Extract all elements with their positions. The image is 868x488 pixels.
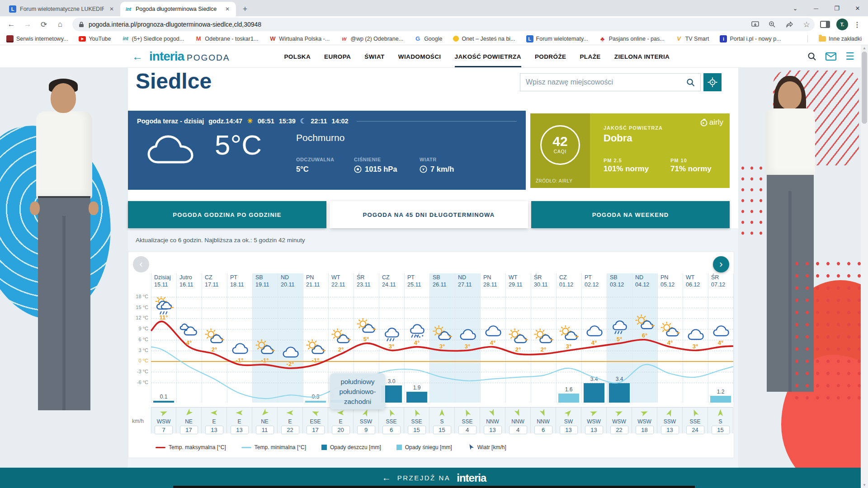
chart-column-hover[interactable] bbox=[683, 273, 708, 403]
wp-favicon-icon: W bbox=[269, 35, 276, 42]
reload-icon[interactable]: ⟳ bbox=[37, 18, 51, 31]
bookmark-item[interactable]: GGoogle bbox=[414, 35, 442, 42]
bookmark-item[interactable]: VTV Smart bbox=[675, 35, 709, 42]
now-time: godz.14:47 bbox=[208, 117, 242, 125]
air-quality-panel[interactable]: 42 CAQI ŹRÓDŁO: AIRLY JAKOŚĆ POWIETRZA D… bbox=[530, 113, 730, 188]
tab-close-icon[interactable]: ✕ bbox=[223, 5, 231, 13]
url-bar[interactable]: pogoda.interia.pl/prognoza-dlugoterminow… bbox=[72, 18, 815, 31]
wind-direction-label: SSE bbox=[386, 418, 396, 425]
forecast-tab[interactable]: POGODA NA WEEKEND bbox=[531, 201, 730, 228]
footer-interia-logo: interia bbox=[457, 472, 486, 484]
tab-close-icon[interactable]: ✕ bbox=[108, 5, 116, 13]
chart-column-hover[interactable] bbox=[278, 273, 303, 403]
chart-column-hover[interactable] bbox=[632, 273, 657, 403]
bookmark-item[interactable]: ♣Pasjans online - pas... bbox=[599, 35, 665, 42]
wind-direction-label: SSE bbox=[462, 418, 472, 425]
window-close-button[interactable]: ✕ bbox=[847, 0, 868, 16]
chart-column-hover[interactable] bbox=[505, 273, 531, 403]
right-ad-image[interactable] bbox=[738, 68, 861, 468]
bookmark-item[interactable]: w@wp (2) Odebrane... bbox=[340, 35, 403, 42]
nav-item-europa[interactable]: EUROPA bbox=[324, 46, 351, 67]
mail-icon[interactable] bbox=[826, 52, 836, 61]
zoom-icon[interactable] bbox=[766, 18, 778, 31]
bookmark-item[interactable]: ▶YouTube bbox=[79, 35, 111, 42]
chart-column-hover[interactable] bbox=[303, 273, 328, 403]
new-tab-button[interactable]: + bbox=[239, 3, 251, 15]
nav-item-zielona-interia[interactable]: ZIELONA INTERIA bbox=[614, 46, 670, 67]
legend-item: Opady deszczu [mm] bbox=[321, 444, 381, 450]
wind-direction-label: S bbox=[440, 418, 443, 425]
locate-me-button[interactable] bbox=[703, 73, 722, 91]
header-search-icon[interactable] bbox=[807, 52, 816, 61]
nav-item-pla-e[interactable]: PLAŻE bbox=[580, 46, 600, 67]
bookmark-item[interactable]: Serwis internetowy... bbox=[6, 35, 68, 42]
chart-column-hover[interactable] bbox=[556, 273, 581, 403]
back-icon[interactable]: ← bbox=[5, 18, 18, 31]
chart-column-hover[interactable] bbox=[480, 273, 505, 403]
site-back-arrow-icon[interactable]: ← bbox=[132, 50, 143, 63]
side-panel-icon[interactable] bbox=[820, 21, 830, 28]
chart-column-hover[interactable] bbox=[252, 273, 278, 403]
bookmark-item[interactable]: Onet – Jesteś na bi... bbox=[453, 35, 515, 42]
left-ad-image[interactable] bbox=[0, 68, 128, 468]
chart-next-button[interactable]: › bbox=[713, 256, 729, 272]
chart-column-hover[interactable] bbox=[404, 273, 429, 403]
chart-column-hover[interactable] bbox=[176, 273, 202, 403]
scrollbar-thumb[interactable] bbox=[862, 52, 867, 124]
footer-bar[interactable]: ← PRZEJDŹ NA interia bbox=[0, 468, 868, 488]
chart-column-hover[interactable] bbox=[455, 273, 480, 403]
browser-tab[interactable]: intPogoda długoterminowa Siedlce✕ bbox=[120, 2, 236, 16]
city-search-input[interactable] bbox=[526, 78, 683, 86]
sunrise-icon: ☀ bbox=[247, 117, 253, 125]
other-bookmarks-button[interactable]: Inne zakładki bbox=[819, 36, 862, 42]
search-icon[interactable] bbox=[686, 78, 695, 87]
chart-column-hover[interactable] bbox=[227, 273, 252, 403]
window-chevron-icon[interactable]: ⌄ bbox=[785, 0, 806, 16]
home-icon[interactable]: ⌂ bbox=[53, 18, 67, 31]
nav-item-jako-powietrza[interactable]: JAKOŚĆ POWIETRZA bbox=[455, 46, 521, 67]
wind-direction-label: E bbox=[212, 418, 216, 425]
forward-icon[interactable]: → bbox=[21, 18, 34, 31]
page-scrollbar[interactable]: ▲ ▼ bbox=[861, 45, 868, 488]
bookmark-star-icon[interactable]: ☆ bbox=[800, 18, 813, 31]
chart-column-hover[interactable] bbox=[429, 273, 455, 403]
bookmark-item[interactable]: MOdebrane - toskar1... bbox=[195, 35, 258, 42]
nav-item-wiadomo-ci[interactable]: WIADOMOŚCI bbox=[398, 46, 441, 67]
install-icon[interactable] bbox=[749, 18, 761, 31]
wind-direction-label: SSE bbox=[689, 418, 700, 425]
chart-column-hover[interactable] bbox=[657, 273, 683, 403]
chart-column-hover[interactable] bbox=[607, 273, 632, 403]
browser-tab[interactable]: LForum wielotematyczne LUKEDIR✕ bbox=[5, 2, 120, 16]
wind-cell: NNW4 bbox=[505, 408, 531, 433]
profile-avatar[interactable]: T. bbox=[836, 19, 848, 30]
hamburger-menu-icon[interactable]: ☰ bbox=[845, 51, 854, 62]
nav-item--wiat[interactable]: ŚWIAT bbox=[364, 46, 385, 67]
chart-column-hover[interactable] bbox=[581, 273, 607, 403]
pm25-label: PM 2.5 bbox=[604, 158, 649, 163]
bookmark-item[interactable]: WWirtualna Polska -... bbox=[269, 35, 330, 42]
window-restore-button[interactable]: ❐ bbox=[826, 0, 847, 16]
chart-column-hover[interactable] bbox=[202, 273, 227, 403]
bookmark-item[interactable]: LForum wielotematy... bbox=[526, 35, 588, 42]
scroll-up-icon[interactable]: ▲ bbox=[861, 46, 868, 50]
bookmarks-divider bbox=[807, 35, 808, 42]
content-column: Siedlce Pogoda teraz - dzisiaj godz.14:4… bbox=[128, 68, 738, 468]
forecast-tab[interactable]: POGODA NA 45 DNI DŁUGOTERMINOWA bbox=[330, 201, 528, 228]
scroll-down-icon[interactable]: ▼ bbox=[861, 483, 868, 487]
window-minimize-button[interactable]: — bbox=[806, 0, 826, 16]
forecast-tab[interactable]: POGODA GODZINA PO GODZINIE bbox=[128, 201, 326, 228]
legend-line-marker bbox=[241, 447, 251, 448]
bookmark-item[interactable]: iPortal i.pl - nowy p... bbox=[720, 35, 781, 42]
interia-pogoda-logo[interactable]: interia POGODA bbox=[149, 49, 230, 64]
nav-item-podr-e[interactable]: PODRÓŻE bbox=[535, 46, 566, 67]
wind-cell: WSW22 bbox=[607, 408, 632, 433]
chart-column-hover[interactable] bbox=[151, 273, 176, 403]
url-text[interactable]: pogoda.interia.pl/prognoza-dlugoterminow… bbox=[89, 21, 744, 28]
nav-item-polska[interactable]: POLSKA bbox=[284, 46, 311, 67]
browser-menu-kebab-icon[interactable]: ⋮ bbox=[851, 18, 863, 31]
chart-prev-button[interactable]: ‹ bbox=[133, 256, 149, 272]
chart-column-hover[interactable] bbox=[708, 273, 733, 403]
bookmark-item[interactable]: int(5+) Siedlce pogod... bbox=[122, 35, 184, 42]
chart-column-hover[interactable] bbox=[531, 273, 556, 403]
share-icon[interactable] bbox=[783, 18, 796, 31]
